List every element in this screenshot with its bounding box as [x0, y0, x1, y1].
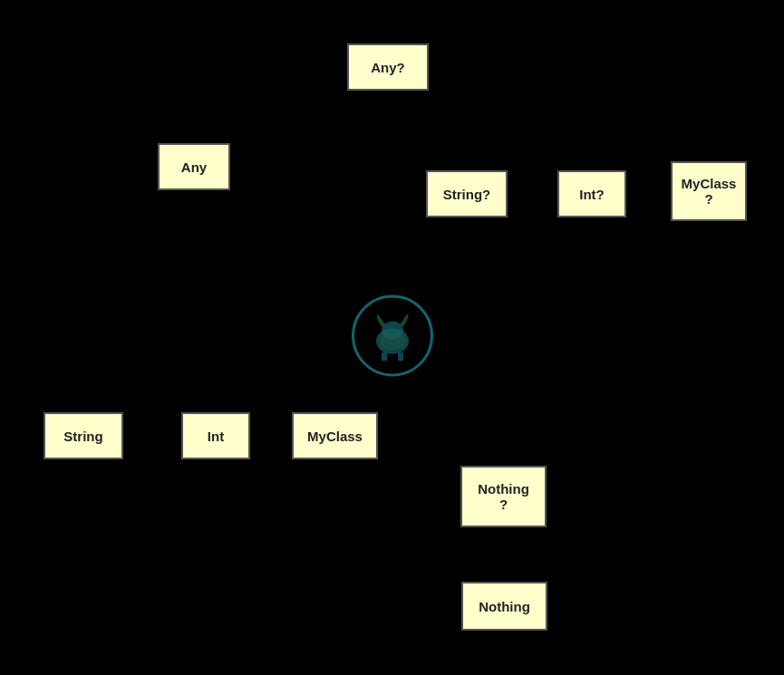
node-int: Int: [181, 412, 250, 459]
node-nothingq: Nothing?: [460, 466, 547, 527]
svg-rect-3: [382, 352, 387, 361]
svg-point-2: [382, 321, 403, 339]
node-any: Any: [158, 143, 230, 190]
svg-point-1: [376, 328, 409, 353]
node-anyq: Any?: [347, 43, 429, 91]
arrows-svg: [0, 0, 784, 675]
node-myclass: MyClass: [292, 412, 378, 459]
svg-point-5: [380, 332, 405, 350]
node-nothing: Nothing: [461, 582, 547, 631]
diagram-container: Any? Any String? Int? MyClass? String In…: [0, 0, 784, 675]
node-stringq: String?: [426, 170, 508, 217]
node-myclassq: MyClass?: [671, 161, 747, 221]
node-string: String: [44, 412, 123, 459]
watermark-logo: [352, 294, 433, 376]
node-intq: Int?: [557, 170, 626, 217]
svg-rect-4: [398, 352, 403, 361]
watermark: [352, 294, 433, 381]
